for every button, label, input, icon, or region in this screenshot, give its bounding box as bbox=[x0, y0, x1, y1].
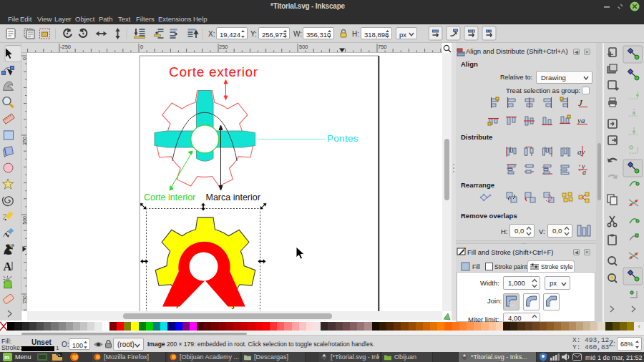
svg-text:250: 250 bbox=[22, 137, 27, 145]
svg-text:0: 0 bbox=[22, 57, 27, 60]
svg-text:Corte exterior: Corte exterior bbox=[169, 64, 258, 79]
svg-text:ay: ay bbox=[577, 147, 585, 156]
svg-text:750: 750 bbox=[22, 295, 27, 304]
svg-text:Corte interior: Corte interior bbox=[144, 192, 195, 202]
svg-text:500: 500 bbox=[22, 216, 27, 225]
svg-text:Marca interior: Marca interior bbox=[206, 192, 260, 202]
svg-text:J: J bbox=[578, 97, 583, 108]
svg-text:s-: s- bbox=[59, 353, 62, 357]
svg-text:500: 500 bbox=[299, 44, 308, 50]
svg-text:750: 750 bbox=[378, 44, 387, 50]
svg-text:-250: -250 bbox=[60, 44, 71, 50]
svg-text:m: m bbox=[4, 354, 9, 361]
svg-text:ya: ya bbox=[577, 116, 585, 124]
svg-text:250: 250 bbox=[219, 44, 228, 50]
svg-text:Pontes: Pontes bbox=[327, 133, 358, 144]
svg-text:A: A bbox=[4, 260, 12, 273]
svg-text:0: 0 bbox=[140, 44, 143, 50]
